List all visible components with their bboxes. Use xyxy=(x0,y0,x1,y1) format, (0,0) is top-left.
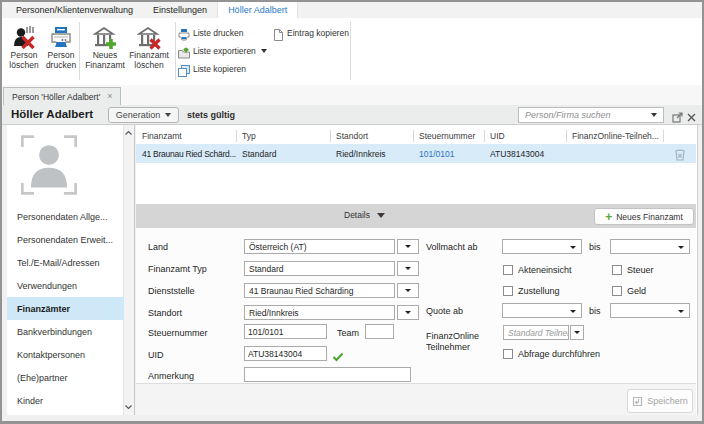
liste-exportieren-label: Liste exportieren xyxy=(193,46,256,56)
ribbon-separator-3 xyxy=(350,22,351,80)
vollmacht-bis-combobox[interactable] xyxy=(610,239,690,254)
ribbon-tab-hoeller-adalbert[interactable]: Höller Adalbert xyxy=(217,2,298,18)
finanzamt-typ-dropdown-button[interactable] xyxy=(397,261,419,276)
geld-checkbox[interactable] xyxy=(612,286,622,296)
save-icon xyxy=(632,396,643,407)
search-dropdown-icon[interactable] xyxy=(651,113,657,117)
vollmacht-ab-combobox[interactable] xyxy=(502,239,582,254)
neues-finanzamt-detail-button[interactable]: + Neues Finanzamt xyxy=(594,208,694,225)
person-header-bar: Höller Adalbert Generation stets gültig xyxy=(2,105,702,125)
popout-icon[interactable] xyxy=(672,109,683,120)
scroll-up-icon xyxy=(124,129,133,137)
person-loeschen-button[interactable]: Person löschen xyxy=(5,22,43,80)
generation-button[interactable]: Generation xyxy=(108,107,179,123)
anmerkung-input[interactable] xyxy=(244,367,411,382)
finanzamt-loeschen-label: Finanzamt löschen xyxy=(126,51,172,70)
sidebar-item-tel-email-adressen[interactable]: Tel./E-Mail/Adressen xyxy=(7,251,124,274)
uid-input[interactable] xyxy=(244,346,327,361)
finanzamt-loeschen-button[interactable]: Finanzamt löschen xyxy=(126,22,172,80)
document-tab-person[interactable]: Person 'Höller Adalbert' × xyxy=(3,87,121,105)
column-header-finanzamt[interactable]: Finanzamt xyxy=(136,127,236,144)
steuer-label: Steuer xyxy=(627,265,654,275)
export-list-icon xyxy=(178,45,190,57)
akteneinsicht-checkbox[interactable] xyxy=(503,265,513,275)
finanzonline-teilnehmer-combobox[interactable]: Standard Teilnehmer xyxy=(503,325,569,340)
finanzonline-teilnehmer-dropdown-button[interactable] xyxy=(570,325,584,340)
details-collapse-icon xyxy=(377,213,385,218)
sidebar-scrollbar[interactable] xyxy=(123,125,134,415)
document-tab-bar: Person 'Höller Adalbert' × xyxy=(2,85,702,105)
land-combobox[interactable]: Österreich (AT) xyxy=(244,239,395,254)
finanzamt-table-row[interactable]: 41 Braunau Ried Schärd... Standard Ried/… xyxy=(136,144,696,163)
dienststelle-dropdown-button[interactable] xyxy=(397,283,419,298)
ribbon: Person löschen Person drucken xyxy=(2,18,702,86)
plus-icon: + xyxy=(605,212,612,222)
cell-steuernummer[interactable]: 101/0101 xyxy=(413,144,484,163)
team-input[interactable] xyxy=(365,324,394,339)
liste-exportieren-button[interactable]: Liste exportieren xyxy=(178,43,267,59)
cell-typ: Standard xyxy=(236,144,330,163)
generation-label: Generation xyxy=(116,110,161,120)
column-header-uid[interactable]: UID xyxy=(484,127,566,144)
ribbon-tab-personen-klientenverwaltung[interactable]: Personen/Klientenverwaltung xyxy=(6,2,143,18)
delete-row-icon[interactable] xyxy=(674,147,686,165)
ribbon-tab-bar: Personen/Klientenverwaltung Einstellunge… xyxy=(2,2,702,18)
sidebar-item-personendaten-allgemein[interactable]: Personendaten Allge... xyxy=(7,205,124,228)
standort-label: Standort xyxy=(148,308,182,318)
sidebar-item-kontaktpersonen[interactable]: Kontaktpersonen xyxy=(7,343,124,366)
speichern-button[interactable]: Speichern xyxy=(627,389,693,413)
sidebar-item-verwendungen[interactable]: Verwendungen xyxy=(7,274,124,297)
sidebar-item-bankverbindungen[interactable]: Bankverbindungen xyxy=(7,320,124,343)
zustellung-checkbox[interactable] xyxy=(503,286,513,296)
person-drucken-button[interactable]: Person drucken xyxy=(43,22,79,80)
liste-kopieren-button[interactable]: Liste kopieren xyxy=(178,61,246,77)
cell-finanzamt: 41 Braunau Ried Schärd... xyxy=(136,144,236,163)
generation-dropdown-icon xyxy=(165,113,171,117)
table-header: Finanzamt Typ Standort Steuernummer UID … xyxy=(136,127,696,144)
ribbon-tab-einstellungen[interactable]: Einstellungen xyxy=(143,2,217,18)
sidebar-item-finanzaemter[interactable]: Finanzämter xyxy=(7,297,124,320)
finanzamt-detail-form: Land Österreich (AT) Finanzamt Typ Stand… xyxy=(136,228,696,383)
eintrag-kopieren-button[interactable]: Eintrag kopieren xyxy=(272,25,349,41)
close-panel-icon[interactable] xyxy=(686,109,697,120)
liste-drucken-label: Liste drucken xyxy=(193,28,244,38)
land-dropdown-button[interactable] xyxy=(397,239,419,254)
quote-bis-label: bis xyxy=(589,306,601,316)
standort-dropdown-button[interactable] xyxy=(397,305,419,320)
liste-drucken-button[interactable]: Liste drucken xyxy=(178,25,244,41)
person-title: Höller Adalbert xyxy=(11,108,93,120)
bank-delete-icon xyxy=(137,26,161,50)
steuer-checkbox[interactable] xyxy=(612,265,622,275)
search-input[interactable] xyxy=(519,110,649,120)
uid-valid-check-icon xyxy=(332,348,344,366)
app-window: Personen/Klientenverwaltung Einstellunge… xyxy=(0,0,704,424)
column-header-finanzonline[interactable]: FinanzOnline-Teilneh... xyxy=(566,127,663,144)
dienststelle-combobox[interactable]: 41 Braunau Ried Schärding xyxy=(244,283,395,298)
person-sidebar: Personendaten Allge... Personendaten Erw… xyxy=(7,125,135,415)
quote-ab-combobox[interactable] xyxy=(502,303,582,318)
column-header-typ[interactable]: Typ xyxy=(236,127,330,144)
details-bar: Details + Neues Finanzamt xyxy=(136,204,696,228)
sidebar-item-kinder[interactable]: Kinder xyxy=(7,389,124,412)
column-header-steuernummer[interactable]: Steuernummer xyxy=(413,127,484,144)
copy-list-icon xyxy=(178,63,190,75)
speichern-label: Speichern xyxy=(647,396,688,406)
geld-label: Geld xyxy=(627,286,646,296)
standort-combobox[interactable]: Ried/Innkreis xyxy=(244,305,395,320)
quote-bis-combobox[interactable] xyxy=(610,303,690,318)
zustellung-label: Zustellung xyxy=(518,286,560,296)
steuernummer-input[interactable] xyxy=(244,324,327,339)
vollmacht-bis-label: bis xyxy=(589,242,601,252)
copy-entry-icon xyxy=(272,27,284,39)
land-label: Land xyxy=(148,242,168,252)
column-header-standort[interactable]: Standort xyxy=(330,127,413,144)
person-loeschen-label: Person löschen xyxy=(5,51,43,70)
document-tab-close-icon[interactable]: × xyxy=(107,92,112,101)
details-toggle[interactable]: Details xyxy=(344,210,385,220)
sidebar-item-ehepartner[interactable]: (Ehe)partner xyxy=(7,366,124,389)
sidebar-item-personendaten-erweitert[interactable]: Personendaten Erweit... xyxy=(7,228,124,251)
abfrage-durchfuehren-checkbox[interactable] xyxy=(503,349,513,359)
neues-finanzamt-button[interactable]: Neues Finanzamt xyxy=(84,22,126,80)
finanzamt-typ-combobox[interactable]: Standard xyxy=(244,261,395,276)
liste-kopieren-label: Liste kopieren xyxy=(193,64,246,74)
